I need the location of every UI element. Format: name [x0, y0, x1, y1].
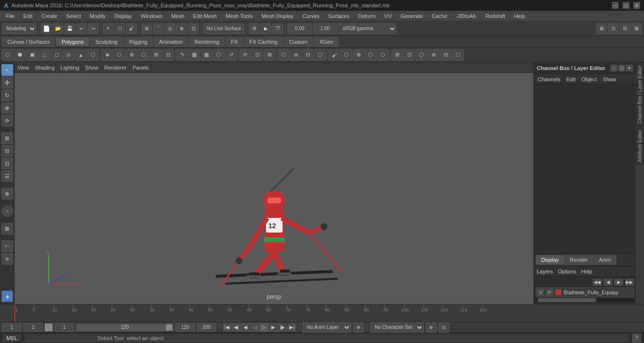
snap-point-btn[interactable]: ◎: [165, 23, 175, 34]
cut-btn[interactable]: ✎: [176, 49, 188, 61]
wrap-btn[interactable]: ⊠: [264, 49, 275, 61]
bridge-btn[interactable]: ⬡: [114, 49, 125, 61]
ch-menu-channels[interactable]: Channels: [536, 76, 562, 82]
combine-btn[interactable]: ⊕: [290, 49, 302, 61]
menu-display[interactable]: Display: [111, 12, 136, 20]
menu-select[interactable]: Select: [62, 12, 85, 20]
retopo-btn[interactable]: ⊕: [428, 49, 439, 61]
layer-v-flag[interactable]: V: [537, 289, 544, 296]
menu-meshdisplay[interactable]: Mesh Display: [258, 12, 298, 20]
layer-ctrl-prev[interactable]: ◀: [604, 279, 612, 286]
tab-anim[interactable]: Anim: [593, 255, 616, 265]
smooth-mesh-btn[interactable]: ⬡: [416, 49, 427, 61]
tab-fxcaching[interactable]: FX Caching: [244, 37, 283, 47]
vp-lighting[interactable]: Lighting: [60, 65, 79, 71]
snap-curve-btn[interactable]: ⌒: [153, 23, 164, 34]
live-surface-btn[interactable]: No Live Surface: [203, 23, 245, 34]
help-menu[interactable]: Help: [581, 269, 592, 274]
snap-surface-btn[interactable]: ⊕: [176, 23, 187, 34]
cube-icon-btn[interactable]: ⬢: [14, 49, 26, 61]
component-select2[interactable]: ⊟: [1, 145, 13, 157]
menu-windows[interactable]: Windows: [137, 12, 167, 20]
workspace-preset[interactable]: Modeling: [2, 23, 37, 34]
paint-btn[interactable]: 🖌: [126, 23, 137, 34]
field2[interactable]: 120: [175, 323, 195, 332]
goto-start-btn[interactable]: |◀: [223, 323, 231, 332]
fill-hole-btn[interactable]: ⊕: [126, 49, 137, 61]
anim-layer-select[interactable]: No Anim Layer: [303, 322, 351, 333]
menu-uv[interactable]: UV: [380, 12, 396, 20]
menu-surfaces[interactable]: Surfaces: [324, 12, 353, 20]
ch-menu-object[interactable]: Object: [579, 76, 599, 82]
ch-menu-show[interactable]: Show: [601, 76, 618, 82]
menu-editmesh[interactable]: Edit Mesh: [189, 12, 221, 20]
ch-dock-btn[interactable]: ◫: [618, 65, 625, 72]
frame-start-field[interactable]: 1: [2, 323, 21, 332]
display-smooth-btn[interactable]: ⊞: [391, 49, 403, 61]
ch-close-btn[interactable]: ✕: [626, 65, 633, 72]
layer-scrollbar[interactable]: [536, 298, 634, 302]
tab-rendering[interactable]: Rendering: [189, 37, 225, 47]
channel-box-tab[interactable]: Channel Box / Layer Editor: [636, 62, 644, 127]
anim-start-field[interactable]: 1: [55, 323, 74, 332]
layer-scroll-thumb[interactable]: [538, 298, 596, 302]
paint-select[interactable]: ⊗: [1, 188, 13, 199]
goto-end-btn[interactable]: ▶|: [287, 323, 296, 332]
layer-color-swatch[interactable]: [555, 289, 562, 296]
weld-btn[interactable]: ⊞: [150, 49, 162, 61]
anim-layer-btn[interactable]: ⊕: [353, 322, 364, 333]
ipr-render-btn[interactable]: ▶: [261, 23, 271, 34]
menu-redshift[interactable]: Redshift: [482, 12, 509, 20]
menu-generate[interactable]: Generate: [397, 12, 427, 20]
vp-panels[interactable]: Panels: [133, 65, 149, 71]
boolean-btn[interactable]: ⬡: [314, 49, 326, 61]
open-scene-btn[interactable]: 📂: [53, 23, 63, 34]
layers-menu[interactable]: Layers: [537, 269, 553, 274]
reduce-btn[interactable]: ⬡: [365, 49, 377, 61]
quadraw-btn[interactable]: ⊟: [440, 49, 452, 61]
scale-tool-left[interactable]: ⊕: [1, 102, 13, 114]
char-set-btn[interactable]: ⊕: [426, 322, 436, 333]
extrude-btn[interactable]: ◈: [101, 49, 113, 61]
sphere-icon-btn[interactable]: ⬡: [2, 49, 14, 61]
mel-indicator[interactable]: MEL: [3, 335, 21, 342]
tab-sculpting[interactable]: Sculpting: [90, 37, 123, 47]
gamma-select[interactable]: sRGB gamma: [338, 23, 397, 34]
lattice-btn[interactable]: ⊡: [251, 49, 263, 61]
cleanup-btn[interactable]: ⊗: [353, 49, 364, 61]
layer-ctrl-prev-prev[interactable]: ◀◀: [593, 279, 602, 286]
tab-xgen[interactable]: XGen: [314, 37, 338, 47]
vp-renderer[interactable]: Renderer: [104, 65, 127, 71]
nudge-btn[interactable]: +−: [1, 240, 13, 252]
ch-menu-edit[interactable]: Edit: [564, 76, 577, 82]
play-fwd-btn[interactable]: ▷: [260, 323, 268, 332]
marquee-select[interactable]: ⊠: [1, 223, 13, 235]
tab-display[interactable]: Display: [536, 255, 564, 265]
menu-file[interactable]: File: [2, 12, 19, 20]
step-fwd-btn[interactable]: ▶: [269, 323, 278, 332]
next-frame-btn[interactable]: |▶: [278, 323, 287, 332]
vp-show[interactable]: Show: [85, 65, 99, 71]
tab-render[interactable]: Render: [565, 255, 593, 265]
tab-custom[interactable]: Custom: [284, 37, 313, 47]
redo-btn[interactable]: ↪: [88, 23, 98, 34]
frame-current-field[interactable]: 1: [23, 323, 43, 332]
paint-weight-btn[interactable]: 🖌: [328, 49, 340, 61]
menu-meshtools[interactable]: Mesh Tools: [222, 12, 256, 20]
menu-curves[interactable]: Curves: [299, 12, 323, 20]
spin-edge-btn[interactable]: ↺: [225, 49, 237, 61]
prev-frame-btn[interactable]: ◀|: [232, 323, 241, 332]
undo-btn[interactable]: ↩: [76, 23, 87, 34]
title-bar-controls[interactable]: ─ □ ✕: [612, 2, 640, 9]
show-manipulator-btn[interactable]: ◈: [1, 290, 13, 302]
slide-edge-btn[interactable]: ⬡: [213, 49, 225, 61]
field3[interactable]: 200: [197, 323, 216, 332]
new-scene-btn[interactable]: 📄: [41, 23, 52, 34]
timeline[interactable]: 1 5 10 15 20 25 30 35 40 45 50 55 60: [0, 304, 644, 322]
chamfer-btn[interactable]: ⊟: [162, 49, 174, 61]
layout-btn4[interactable]: ⊠: [631, 23, 642, 34]
conform-btn[interactable]: ⬡: [377, 49, 389, 61]
play-back-btn[interactable]: ◁: [250, 323, 259, 332]
render-settings-btn[interactable]: ⚙: [249, 23, 260, 34]
status-help-icon[interactable]: ?: [632, 334, 641, 343]
